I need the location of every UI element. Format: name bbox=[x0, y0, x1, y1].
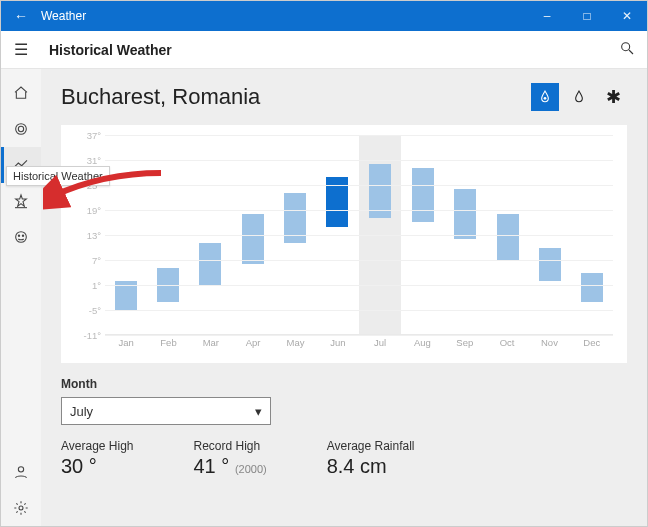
svg-line-1 bbox=[629, 50, 633, 54]
nav-maps[interactable] bbox=[1, 111, 41, 147]
nav-settings[interactable] bbox=[1, 490, 41, 526]
x-tick-label: Jul bbox=[359, 337, 401, 348]
x-tick-label: Oct bbox=[486, 337, 528, 348]
stat-label: Record High bbox=[194, 439, 267, 453]
y-tick-label: 31° bbox=[87, 155, 101, 166]
maximize-button[interactable]: □ bbox=[567, 9, 607, 23]
stat-value: 41 ° (2000) bbox=[194, 455, 267, 478]
chart-x-axis: JanFebMarAprMayJunJulAugSepOctNovDec bbox=[105, 337, 613, 348]
metric-temperature-button[interactable] bbox=[531, 83, 559, 111]
svg-point-11 bbox=[19, 506, 23, 510]
stat-value: 8.4 cm bbox=[327, 455, 415, 478]
y-tick-label: -5° bbox=[89, 305, 101, 316]
chart-plot-area bbox=[105, 135, 613, 335]
nav-rail bbox=[1, 69, 41, 526]
nav-home[interactable] bbox=[1, 75, 41, 111]
x-tick-label: Apr bbox=[232, 337, 274, 348]
x-tick-label: Aug bbox=[401, 337, 443, 348]
nav-tooltip: Historical Weather bbox=[6, 166, 110, 186]
stat-average-rainfall: Average Rainfall 8.4 cm bbox=[327, 439, 415, 478]
content-area: Bucharest, Romania ✱ -11°-5°1°7°13°19°25… bbox=[41, 69, 647, 526]
chevron-down-icon: ▾ bbox=[255, 404, 262, 419]
svg-point-12 bbox=[544, 97, 547, 100]
svg-point-2 bbox=[18, 126, 23, 131]
svg-point-0 bbox=[622, 43, 630, 51]
x-tick-label: May bbox=[274, 337, 316, 348]
y-tick-label: 13° bbox=[87, 230, 101, 241]
nav-news[interactable] bbox=[1, 219, 41, 255]
month-select-value: July bbox=[70, 404, 93, 419]
x-tick-label: Feb bbox=[147, 337, 189, 348]
svg-point-3 bbox=[16, 124, 27, 135]
svg-point-8 bbox=[18, 235, 19, 236]
metric-rainfall-button[interactable] bbox=[565, 83, 593, 111]
svg-point-7 bbox=[16, 232, 27, 243]
nav-favorites[interactable] bbox=[1, 183, 41, 219]
temperature-chart: -11°-5°1°7°13°19°25°31°37° JanFebMarAprM… bbox=[61, 125, 627, 363]
stat-record-high: Record High 41 ° (2000) bbox=[194, 439, 267, 478]
x-tick-label: Jan bbox=[105, 337, 147, 348]
x-tick-label: Sep bbox=[444, 337, 486, 348]
app-title: Weather bbox=[41, 9, 86, 23]
hamburger-icon[interactable]: ☰ bbox=[1, 40, 41, 59]
y-tick-label: -11° bbox=[83, 330, 101, 341]
stat-average-high: Average High 30 ° bbox=[61, 439, 134, 478]
search-icon[interactable] bbox=[607, 40, 647, 59]
y-tick-label: 7° bbox=[92, 255, 101, 266]
y-tick-label: 37° bbox=[87, 130, 101, 141]
back-button[interactable]: ← bbox=[1, 8, 41, 24]
titlebar: ← Weather – □ ✕ bbox=[1, 1, 647, 31]
x-tick-label: Nov bbox=[528, 337, 570, 348]
y-tick-label: 19° bbox=[87, 205, 101, 216]
stat-label: Average High bbox=[61, 439, 134, 453]
y-tick-label: 1° bbox=[92, 280, 101, 291]
metric-snow-button[interactable]: ✱ bbox=[599, 83, 627, 111]
svg-marker-5 bbox=[16, 195, 27, 206]
close-button[interactable]: ✕ bbox=[607, 9, 647, 23]
month-select[interactable]: July ▾ bbox=[61, 397, 271, 425]
stat-label: Average Rainfall bbox=[327, 439, 415, 453]
x-tick-label: Mar bbox=[190, 337, 232, 348]
svg-point-10 bbox=[18, 467, 23, 472]
minimize-button[interactable]: – bbox=[527, 9, 567, 23]
location-title: Bucharest, Romania bbox=[61, 84, 525, 110]
svg-point-9 bbox=[22, 235, 23, 236]
month-label: Month bbox=[61, 377, 627, 391]
stat-value: 30 ° bbox=[61, 455, 134, 478]
x-tick-label: Jun bbox=[317, 337, 359, 348]
nav-account[interactable] bbox=[1, 454, 41, 490]
x-tick-label: Dec bbox=[571, 337, 613, 348]
subheader: ☰ Historical Weather bbox=[1, 31, 647, 69]
page-title: Historical Weather bbox=[49, 42, 172, 58]
